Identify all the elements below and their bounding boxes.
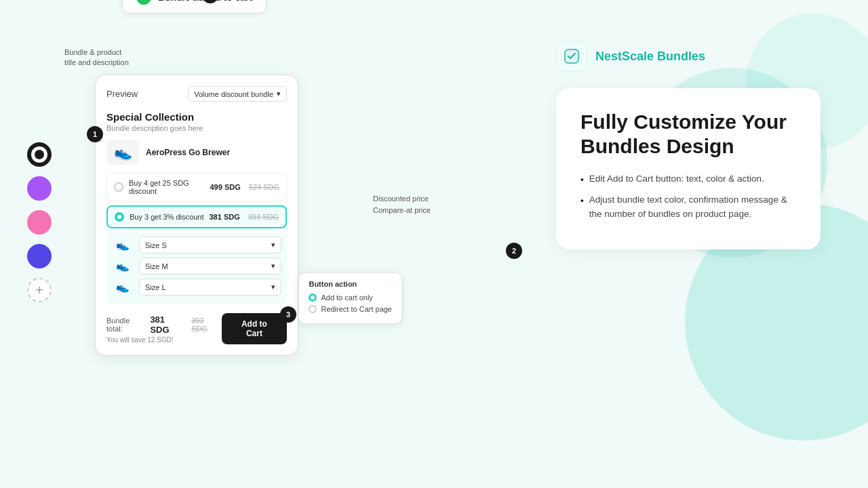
chevron-down-icon: ▾ (271, 262, 275, 270)
option-2-price: 381 SDG (210, 213, 240, 221)
chevron-down-icon: ▾ (271, 283, 275, 291)
option-1-price: 499 SDG (210, 183, 241, 191)
popup-radio-1 (309, 293, 317, 302)
confirmation-banner: ✓ Bundle added to cart (122, 0, 267, 14)
product-image: 👟 (106, 140, 139, 165)
size-select-row-1: 👟 Size S ▾ (112, 237, 281, 253)
feature-text-2: Adjust bundle text color, confirmation m… (589, 193, 796, 221)
chevron-down-icon: ▾ (277, 89, 281, 98)
swatch-purple[interactable] (27, 176, 52, 201)
swatch-indigo[interactable] (27, 244, 52, 268)
feature-text-1: Edit Add to Cart button: text, color & a… (589, 172, 764, 186)
size-select-row-2: 👟 Size M ▾ (112, 258, 281, 274)
bundle-total-label-row: Bundle total: 381 SDG 393 SDG (106, 314, 222, 335)
bundle-desc: Bundle description goes here (106, 124, 287, 132)
check-icon: ✓ (136, 0, 151, 5)
feature-list: • Edit Add to Cart button: text, color &… (580, 172, 796, 221)
annotation-1: Bundle & product title and description (64, 47, 129, 68)
right-section: NestScale Bundles Fully Customize Your B… (529, 20, 841, 270)
popup-radio-2 (309, 305, 317, 313)
preview-label: Preview (106, 89, 138, 99)
annotation-2: Discounted price Compare-at price (373, 193, 431, 216)
feature-item-1: • Edit Add to Cart button: text, color &… (580, 172, 796, 186)
swatch-pink[interactable] (27, 210, 52, 235)
size-product-img-3: 👟 (112, 279, 134, 296)
size-selects-container: 👟 Size S ▾ 👟 Size M ▾ 👟 Si (106, 232, 287, 304)
step-badge-3: 3 (280, 306, 296, 323)
step-badge-1: 1 (87, 126, 103, 142)
swatch-black[interactable] (27, 142, 52, 167)
bundle-option-2[interactable]: Buy 3 get 3% discount 381 SDG 393 SDG (106, 205, 287, 228)
option-2-label: Buy 3 get 3% discount (130, 213, 204, 221)
bundle-option-1[interactable]: Buy 4 get 25 SDG discount 499 SDG 524 SD… (106, 173, 287, 201)
product-row: 👟 AeroPress Go Brewer (106, 140, 287, 165)
right-card: Fully Customize Your Bundles Design • Ed… (556, 88, 821, 249)
nestscale-name: NestScale Bundles (595, 49, 705, 64)
color-swatches: + (27, 142, 52, 302)
bundle-total-price: 381 SDG (150, 314, 186, 335)
swatch-add[interactable]: + (27, 278, 52, 302)
bullet-1: • (580, 173, 584, 186)
button-action-popup: Button action Add to cart only Redirect … (298, 272, 402, 324)
size-select-1[interactable]: Size S ▾ (139, 237, 281, 253)
chevron-down-icon: ▾ (271, 241, 275, 249)
left-section: + Bundle & product title and description… (27, 20, 529, 47)
bundle-type-dropdown[interactable]: Volume discount bundle ▾ (188, 86, 287, 102)
size-select-3[interactable]: Size L ▾ (139, 279, 281, 296)
radio-option-2 (115, 212, 124, 222)
bundle-save-text: You will save 12 SGD! (106, 336, 222, 344)
bullet-2: • (580, 194, 584, 207)
option-2-old-price: 393 SDG (248, 213, 279, 221)
add-to-cart-button[interactable]: Add to Cart (222, 313, 287, 344)
option-1-old-price: 524 SDG (249, 183, 279, 191)
bundle-total-row: Bundle total: 381 SDG 393 SDG You will s… (106, 313, 287, 344)
product-name: AeroPress Go Brewer (146, 148, 230, 157)
size-select-2[interactable]: Size M ▾ (139, 258, 281, 274)
size-product-img-2: 👟 (112, 258, 134, 274)
bundle-total-left: Bundle total: 381 SDG 393 SDG You will s… (106, 314, 222, 344)
popup-title: Button action (309, 280, 392, 288)
size-select-row-3: 👟 Size L ▾ (112, 279, 281, 296)
feature-item-2: • Adjust bundle text color, confirmation… (580, 193, 796, 221)
dashed-connectors (27, 20, 529, 47)
bundle-total-old: 393 SDG (191, 317, 222, 333)
step-badge-2: 2 (506, 243, 522, 259)
main-container: + Bundle & product title and description… (0, 0, 868, 488)
preview-card: Preview Volume discount bundle ▾ Special… (95, 75, 298, 356)
popup-option-1[interactable]: Add to cart only (309, 293, 392, 302)
right-title: Fully Customize Your Bundles Design (580, 110, 796, 159)
bundle-title: Special Collection (106, 111, 287, 123)
add-to-cart-wrapper: Add to Cart 3 Button action Add to cart … (222, 313, 287, 344)
nestscale-header: NestScale Bundles (556, 41, 821, 72)
radio-option-1 (114, 182, 123, 192)
popup-option-2[interactable]: Redirect to Cart page (309, 305, 392, 313)
size-product-img-1: 👟 (112, 237, 134, 253)
preview-header: Preview Volume discount bundle ▾ (106, 86, 287, 102)
option-1-label: Buy 4 get 25 SDG discount (129, 179, 205, 195)
nestscale-logo (556, 41, 587, 72)
